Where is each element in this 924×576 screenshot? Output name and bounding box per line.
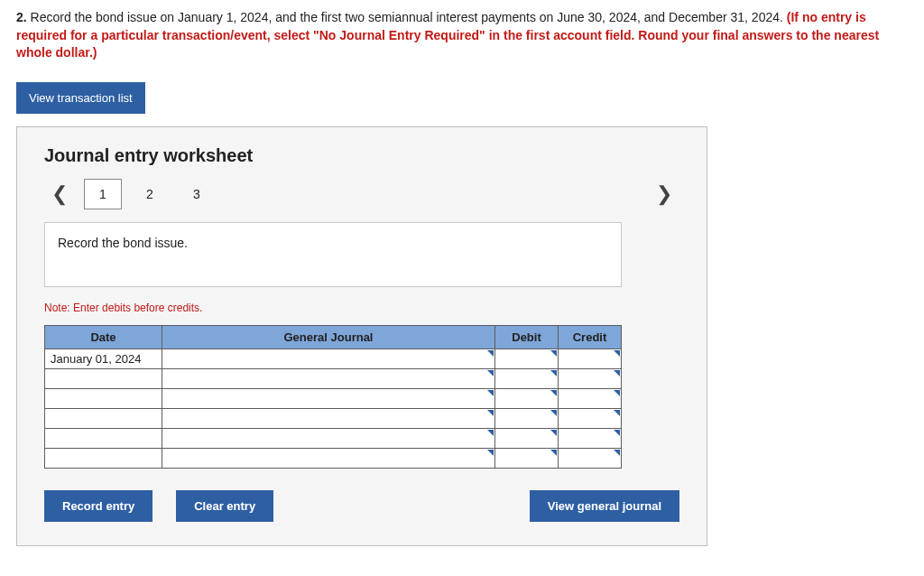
tab-1[interactable]: 1 [84,179,122,209]
cell-general-journal[interactable] [162,428,495,448]
cell-date[interactable] [45,408,162,428]
cell-debit[interactable] [495,428,559,448]
clear-entry-button[interactable]: Clear entry [176,490,273,522]
header-date: Date [45,325,162,348]
cell-debit[interactable] [495,368,559,388]
worksheet-title: Journal entry worksheet [44,145,679,166]
header-credit: Credit [559,325,622,348]
cell-date[interactable]: January 01, 2024 [45,348,162,368]
cell-general-journal[interactable] [162,408,495,428]
cell-credit[interactable] [559,348,622,368]
journal-entry-table: Date General Journal Debit Credit Januar… [44,325,622,469]
view-transaction-list-button[interactable]: View transaction list [16,82,145,114]
tab-3[interactable]: 3 [178,179,216,209]
cell-date[interactable] [45,368,162,388]
table-row [45,368,622,388]
cell-date[interactable] [45,448,162,468]
header-general-journal: General Journal [162,325,495,348]
chevron-left-icon[interactable]: ❮ [44,182,75,206]
cell-debit[interactable] [495,348,559,368]
cell-date[interactable] [45,388,162,408]
question-body: Record the bond issue on January 1, 2024… [31,10,787,24]
button-row: Record entry Clear entry View general jo… [44,490,679,522]
cell-debit[interactable] [495,388,559,408]
cell-general-journal[interactable] [162,388,495,408]
table-row [45,448,622,468]
cell-credit[interactable] [559,368,622,388]
journal-entry-worksheet-panel: Journal entry worksheet ❮ 1 2 3 ❯ Record… [16,126,707,546]
note-text: Note: Enter debits before credits. [44,302,679,314]
record-entry-button[interactable]: Record entry [44,490,152,522]
cell-date[interactable] [45,428,162,448]
tab-2[interactable]: 2 [131,179,169,209]
cell-credit[interactable] [559,388,622,408]
cell-general-journal[interactable] [162,448,495,468]
cell-general-journal[interactable] [162,348,495,368]
table-row: January 01, 2024 [45,348,622,368]
cell-credit[interactable] [559,448,622,468]
table-row [45,408,622,428]
cell-general-journal[interactable] [162,368,495,388]
header-debit: Debit [495,325,559,348]
question-number: 2. [16,10,27,24]
chevron-right-icon[interactable]: ❯ [649,182,679,206]
table-row [45,388,622,408]
cell-debit[interactable] [495,408,559,428]
question-text: 2. Record the bond issue on January 1, 2… [16,9,908,62]
instruction-box: Record the bond issue. [44,222,622,287]
table-row [45,428,622,448]
instruction-text: Record the bond issue. [58,236,188,250]
cell-credit[interactable] [559,408,622,428]
cell-credit[interactable] [559,428,622,448]
view-general-journal-button[interactable]: View general journal [530,490,679,522]
cell-debit[interactable] [495,448,559,468]
tab-row: ❮ 1 2 3 ❯ [44,179,679,209]
